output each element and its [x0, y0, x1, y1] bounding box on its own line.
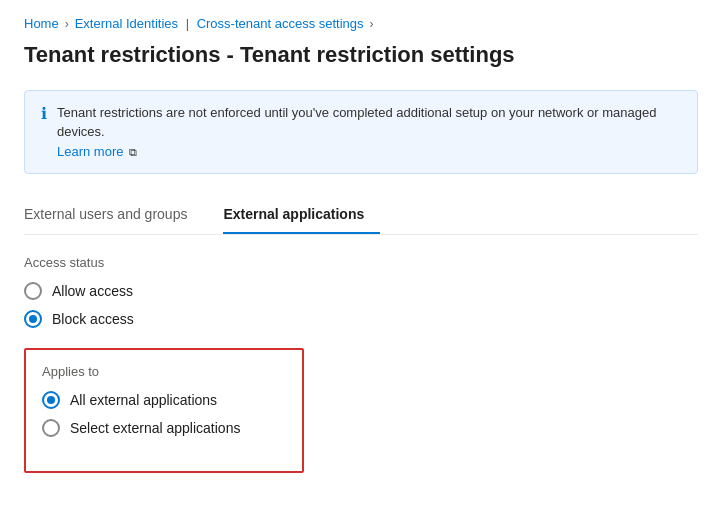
info-icon: ℹ [41, 104, 47, 123]
breadcrumb-cross-tenant[interactable]: Cross-tenant access settings [197, 16, 364, 31]
breadcrumb: Home › External Identities | Cross-tenan… [24, 16, 698, 31]
breadcrumb-separator-1: › [65, 17, 69, 31]
learn-more-link[interactable]: Learn more [57, 144, 123, 159]
info-banner: ℹ Tenant restrictions are not enforced u… [24, 90, 698, 175]
allow-access-label: Allow access [52, 283, 133, 299]
select-external-apps-label: Select external applications [70, 420, 240, 436]
select-external-apps-option[interactable]: Select external applications [42, 419, 286, 437]
info-banner-text: Tenant restrictions are not enforced unt… [57, 103, 681, 162]
tab-external-apps[interactable]: External applications [223, 198, 380, 234]
access-status-radio-group: Allow access Block access [24, 282, 698, 328]
page-title: Tenant restrictions - Tenant restriction… [24, 41, 698, 70]
tab-external-users[interactable]: External users and groups [24, 198, 203, 234]
external-link-icon: ⧉ [129, 146, 137, 158]
breadcrumb-pipe: | [182, 16, 193, 31]
select-external-apps-radio[interactable] [42, 419, 60, 437]
all-external-apps-option[interactable]: All external applications [42, 391, 286, 409]
applies-to-label: Applies to [42, 364, 286, 379]
breadcrumb-home[interactable]: Home [24, 16, 59, 31]
allow-access-option[interactable]: Allow access [24, 282, 698, 300]
all-external-apps-label: All external applications [70, 392, 217, 408]
applies-to-radio-group: All external applications Select externa… [42, 391, 286, 437]
access-status-label: Access status [24, 255, 698, 270]
applies-to-box: Applies to All external applications Sel… [24, 348, 304, 473]
breadcrumb-external-identities[interactable]: External Identities [75, 16, 178, 31]
all-external-apps-radio[interactable] [42, 391, 60, 409]
block-access-label: Block access [52, 311, 134, 327]
block-access-option[interactable]: Block access [24, 310, 698, 328]
allow-access-radio[interactable] [24, 282, 42, 300]
tabs-container: External users and groups External appli… [24, 198, 698, 235]
breadcrumb-separator-2: › [370, 17, 374, 31]
block-access-radio[interactable] [24, 310, 42, 328]
access-status-section: Access status Allow access Block access [24, 255, 698, 328]
